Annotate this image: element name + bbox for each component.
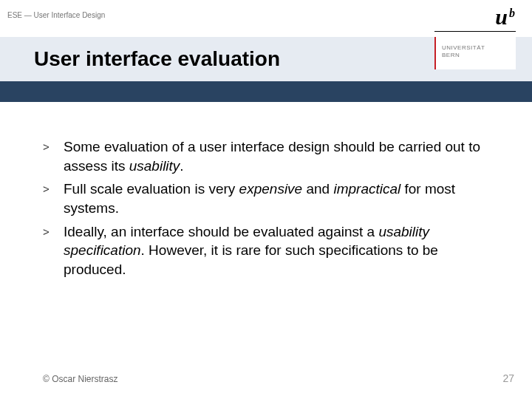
bullet-marker: > [43,137,64,154]
bullet-text: Full scale evaluation is very expensive … [64,180,495,217]
bullet-marker: > [43,180,64,197]
dark-band [0,81,532,102]
logo-divider [434,31,516,32]
slide-footer: © Oscar Nierstrasz 27 [0,372,532,384]
bullet-marker: > [43,222,64,239]
copyright: © Oscar Nierstrasz [43,374,118,384]
bullet-list: >Some evaluation of a user interface des… [43,137,495,279]
course-label: ESE — User Interface Design [7,11,105,19]
bullet-item: >Full scale evaluation is very expensive… [43,180,495,217]
bullet-item: >Ideally, an interface should be evaluat… [43,222,495,279]
university-name-line2: BERN [442,52,516,59]
bullet-text: Some evaluation of a user interface desi… [64,137,495,175]
slide-header: ESE — User Interface Design ub [0,0,532,37]
slide-content: >Some evaluation of a user interface des… [0,102,532,279]
logo-u-icon: ub [434,6,516,28]
page-number: 27 [502,372,514,384]
bullet-text: Ideally, an interface should be evaluate… [64,222,495,279]
university-name-line1: UNIVERSITÄT [442,44,516,52]
university-name-box: UNIVERSITÄT BERN [434,37,516,69]
bullet-item: >Some evaluation of a user interface des… [43,137,495,175]
university-logo: ub [434,6,516,32]
